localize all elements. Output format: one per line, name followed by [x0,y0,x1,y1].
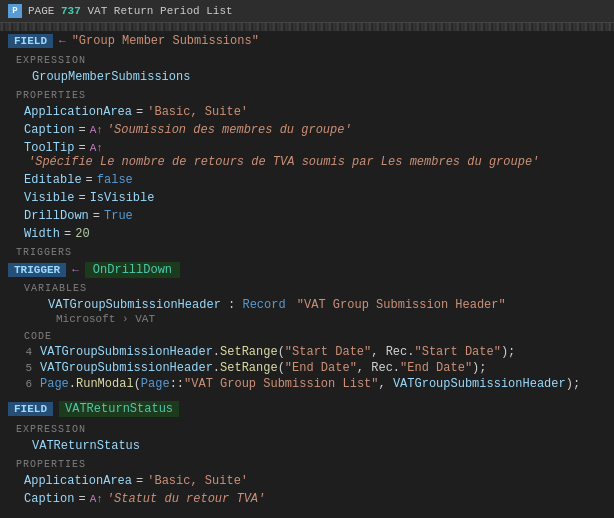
field2-row: FIELD VATReturnStatus [0,398,614,420]
page-header: P PAGE 737 VAT Return Period List [0,0,614,23]
code-line-6: 6 Page.RunModal(Page::"VAT Group Submiss… [0,376,614,392]
expression-value-2: VATReturnStatus [0,437,614,455]
field-keyword-2: FIELD [8,402,53,416]
page-number: 737 [61,5,81,17]
page-title: PAGE 737 VAT Return Period List [28,5,233,17]
variable-declaration: VATGroupSubmissionHeader : Record "VAT G… [0,296,614,328]
prop-editable: Editable = false [0,171,614,189]
expression-label-1: EXPRESSION [0,51,614,68]
properties-label-2: PROPERTIES [0,455,614,472]
field-keyword-1: FIELD [8,34,53,48]
noise-bar [0,23,614,31]
tooltip-value: 'Spécifie Le nombre de retours de TVA so… [28,155,539,169]
trigger-row: TRIGGER ← OnDrillDown [0,260,614,280]
trigger-keyword: TRIGGER [8,263,66,277]
prop-width: Width = 20 [0,225,614,243]
caption-value-1: 'Soumission des membres du groupe' [107,123,352,137]
trigger-name: OnDrillDown [85,262,180,278]
variables-label: VARIABLES [0,280,614,296]
trigger-arrow: ← [72,264,79,276]
field1-name: "Group Member Submissions" [72,34,259,48]
code-line-5: 5 VATGroupSubmissionHeader.SetRange("End… [0,360,614,376]
field1-row: FIELD ← "Group Member Submissions" [0,31,614,51]
field2-name: VATReturnStatus [59,401,179,417]
prop-visible: Visible = IsVisible [0,189,614,207]
prop-caption-2: Caption = A↑ 'Statut du retour TVA' [0,490,614,508]
content-area: FIELD ← "Group Member Submissions" EXPRE… [0,31,614,513]
prop-application-area: ApplicationArea = 'Basic, Suite' [0,103,614,121]
page-icon: P [8,4,22,18]
prop-application-area-2: ApplicationArea = 'Basic, Suite' [0,472,614,490]
expression-label-2: EXPRESSION [0,420,614,437]
expression-value-1: GroupMemberSubmissions [0,68,614,86]
properties-label-1: PROPERTIES [0,86,614,103]
code-line-4: 4 VATGroupSubmissionHeader.SetRange("Sta… [0,344,614,360]
prop-tooltip: ToolTip = A↑ 'Spécifie Le nombre de reto… [0,139,614,171]
triggers-label: TRIGGERS [0,243,614,260]
caption-value-2: 'Statut du retour TVA' [107,492,265,506]
field1-arrow: ← [59,35,66,47]
prop-drilldown: DrillDown = True [0,207,614,225]
prop-caption: Caption = A↑ 'Soumission des membres du … [0,121,614,139]
code-label: CODE [0,328,614,344]
breadcrumb: Microsoft › VAT [56,313,155,325]
